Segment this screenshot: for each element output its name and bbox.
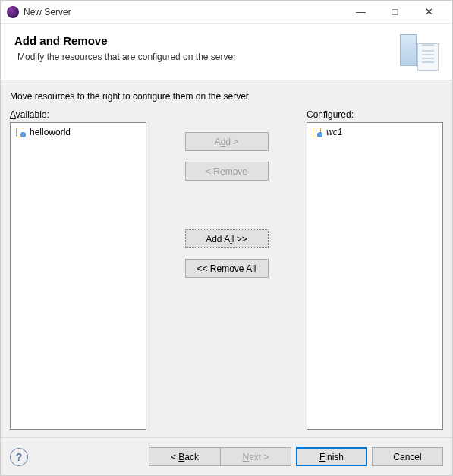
module-icon xyxy=(312,127,322,137)
window-controls: — □ ✕ xyxy=(344,2,446,23)
eclipse-icon xyxy=(7,6,19,18)
maximize-button[interactable]: □ xyxy=(378,2,412,23)
nav-buttons: < Back Next > xyxy=(149,447,291,466)
add-all-button[interactable]: Add All >> xyxy=(185,229,269,248)
available-column: Available: helloworld xyxy=(10,109,146,430)
configured-listbox[interactable]: wc1 xyxy=(307,122,443,430)
available-listbox[interactable]: helloworld xyxy=(10,122,146,430)
server-icon xyxy=(397,34,439,72)
configured-label: Configured: xyxy=(307,109,443,120)
header-text: Add and Remove Modify the resources that… xyxy=(14,34,397,62)
module-icon xyxy=(15,127,26,137)
window-title: New Server xyxy=(24,7,344,17)
next-button[interactable]: Next > xyxy=(220,447,291,466)
transfer-panel: Available: helloworld Add > < Remove Add… xyxy=(10,109,443,430)
titlebar: New Server — □ ✕ xyxy=(1,1,452,24)
remove-all-button[interactable]: << Remove All xyxy=(185,259,269,278)
list-item[interactable]: wc1 xyxy=(310,125,440,139)
wizard-header: Add and Remove Modify the resources that… xyxy=(1,24,452,80)
remove-button[interactable]: < Remove xyxy=(185,162,269,181)
help-icon[interactable]: ? xyxy=(10,448,28,466)
list-item-label: wc1 xyxy=(326,127,342,137)
finish-button[interactable]: Finish xyxy=(296,447,367,466)
instruction-text: Move resources to the right to configure… xyxy=(10,91,443,102)
configured-column: Configured: wc1 xyxy=(307,109,443,430)
list-item-label: helloworld xyxy=(30,127,71,137)
list-item[interactable]: helloworld xyxy=(13,125,143,139)
page-subtitle: Modify the resources that are configured… xyxy=(17,52,397,62)
transfer-buttons: Add > < Remove Add All >> << Remove All xyxy=(154,109,299,430)
wizard-footer: ? < Back Next > Finish Cancel xyxy=(1,437,452,475)
minimize-button[interactable]: — xyxy=(344,2,378,23)
content-area: Move resources to the right to configure… xyxy=(1,80,452,437)
add-button[interactable]: Add > xyxy=(185,132,269,151)
close-button[interactable]: ✕ xyxy=(412,2,446,23)
cancel-button[interactable]: Cancel xyxy=(372,447,443,466)
page-title: Add and Remove xyxy=(14,34,397,47)
back-button[interactable]: < Back xyxy=(149,447,220,466)
available-label: Available: xyxy=(10,109,146,120)
